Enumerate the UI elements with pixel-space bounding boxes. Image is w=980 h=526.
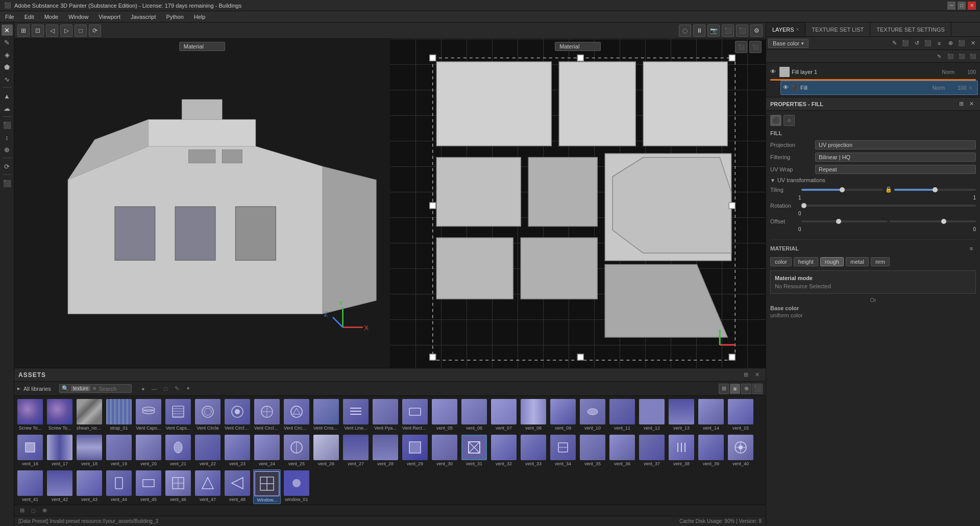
maximize-button[interactable]: □: [958, 2, 966, 10]
asset-item[interactable]: vent_36: [608, 434, 636, 467]
asset-item[interactable]: Vent Circular: [283, 398, 310, 432]
asset-item[interactable]: vent_14: [697, 398, 725, 432]
base-color-button[interactable]: Base color ▾: [768, 39, 808, 48]
asset-item[interactable]: vent_35: [579, 434, 606, 467]
toolbar-grid-btn[interactable]: ⊞: [17, 24, 30, 37]
toolbar-display-btn[interactable]: ⬛: [722, 24, 734, 37]
layers-delete-btn[interactable]: ✕: [968, 38, 978, 48]
asset-item[interactable]: vent_27: [342, 434, 370, 467]
tool-select[interactable]: ✕: [2, 24, 13, 36]
tool-projection[interactable]: ⬟: [2, 61, 13, 72]
asset-item[interactable]: Screw To...: [46, 398, 74, 432]
asset-item[interactable]: Vent Circle...: [253, 398, 281, 432]
asset-item[interactable]: vent_46: [164, 469, 192, 504]
asset-item[interactable]: vent_39: [697, 434, 725, 467]
asset-item[interactable]: vent_48: [224, 469, 251, 504]
layer-fill-sublayer[interactable]: 👁 ⬛ Fill Norm 100 ✕: [780, 81, 978, 95]
asset-item[interactable]: vent_34: [549, 434, 577, 467]
rotation-track[interactable]: [801, 205, 976, 207]
menu-file[interactable]: File: [0, 11, 19, 22]
toolbar-pause-btn[interactable]: ⏸: [693, 24, 705, 37]
tiling-lock-icon[interactable]: 🔒: [885, 186, 892, 193]
asset-item[interactable]: vent_08: [520, 398, 547, 432]
material-settings-btn[interactable]: ≡: [967, 244, 976, 253]
channel-nrm-btn[interactable]: nrm: [871, 257, 890, 266]
channel-height-btn[interactable]: height: [794, 257, 818, 266]
tool-bake[interactable]: ⟳: [2, 161, 13, 172]
assets-bottom-grid-btn[interactable]: ⊞: [17, 506, 27, 515]
layer-fill-layer-1[interactable]: 👁 Fill layer 1 Norm 100: [768, 65, 978, 79]
sublayer-visibility-icon[interactable]: 👁: [783, 84, 790, 91]
channel-metal-btn[interactable]: metal: [846, 257, 869, 266]
filtering-dropdown[interactable]: Bilinear | HQ Nearest: [815, 153, 976, 162]
view-grid-btn[interactable]: ⊞: [719, 384, 729, 394]
asset-item[interactable]: vent_30: [431, 434, 458, 467]
asset-item[interactable]: Vent Caps...: [135, 398, 162, 432]
toolbar-capture-btn[interactable]: ⬛: [736, 24, 748, 37]
asset-item[interactable]: Vent Caps...: [164, 398, 192, 432]
search-input[interactable]: [99, 386, 129, 392]
asset-item[interactable]: vent_28: [372, 434, 399, 467]
properties-expand-btn[interactable]: ⊞: [957, 99, 966, 109]
asset-item[interactable]: vent_16: [16, 434, 44, 467]
toolbar-right-btn[interactable]: ▷: [60, 24, 72, 37]
asset-item[interactable]: vent_05: [431, 398, 458, 432]
asset-item[interactable]: vent_45: [135, 469, 162, 504]
tiling-track[interactable]: [801, 189, 883, 191]
tiling-track-2[interactable]: [894, 189, 976, 191]
asset-item[interactable]: shean_noise: [76, 398, 103, 432]
tool-transform[interactable]: ⊕: [2, 144, 13, 155]
tab-layers[interactable]: LAYERS ×: [766, 22, 805, 36]
asset-item[interactable]: vent_18: [76, 434, 103, 467]
asset-item-window-selected[interactable]: Window...: [253, 469, 281, 504]
filter-square-btn[interactable]: □: [160, 384, 170, 394]
assets-bottom-add-btn[interactable]: ⊕: [40, 506, 49, 515]
toolbar-left-btn[interactable]: ◁: [46, 24, 58, 37]
filter-circle-btn[interactable]: ●: [138, 384, 148, 394]
menu-window[interactable]: Window: [63, 11, 93, 22]
projection-dropdown[interactable]: UV projection Planar Triplanar: [815, 140, 976, 149]
tab-texture-set-settings[interactable]: TEXTURE SET SETTINGS: [870, 22, 951, 36]
asset-item[interactable]: vent_29: [401, 434, 429, 467]
asset-item[interactable]: vent_37: [638, 434, 666, 467]
asset-item[interactable]: vent_32: [490, 434, 518, 467]
menu-edit[interactable]: Edit: [19, 11, 39, 22]
assets-bottom-new-btn[interactable]: □: [29, 506, 38, 515]
toolbar-window-btn[interactable]: □: [75, 24, 87, 37]
toolbar-camera-btn[interactable]: 📷: [707, 24, 720, 37]
assets-close-btn[interactable]: ✕: [752, 370, 762, 380]
3d-viewport[interactable]: Material Base Color Roughness: [14, 39, 390, 368]
asset-item[interactable]: vent_24: [253, 434, 281, 467]
toolbar-hide-btn[interactable]: ◌: [679, 24, 691, 37]
layers-add-fill-btn[interactable]: ⬛: [900, 38, 911, 48]
asset-item[interactable]: Vent Pya...: [372, 398, 399, 432]
asset-item[interactable]: strap_01: [105, 398, 133, 432]
asset-item[interactable]: vent_23: [224, 434, 251, 467]
tool-mask[interactable]: ⬛: [2, 119, 13, 131]
asset-item[interactable]: vent_33: [520, 434, 547, 467]
search-clear[interactable]: ✕: [92, 386, 96, 391]
asset-item[interactable]: vent_20: [135, 434, 162, 467]
layers-add-mask-btn[interactable]: ⬛: [923, 38, 933, 48]
menu-python[interactable]: Python: [161, 11, 189, 22]
offset-track-1[interactable]: [801, 220, 888, 222]
asset-item[interactable]: Vent Cross...: [312, 398, 340, 432]
uv-transform-header[interactable]: ▼ UV transformations: [770, 177, 976, 183]
tool-paint[interactable]: ✎: [2, 37, 13, 48]
layers-right-1[interactable]: ✎: [934, 51, 944, 61]
asset-item[interactable]: vent_07: [490, 398, 518, 432]
asset-item[interactable]: vent_38: [668, 434, 695, 467]
asset-item[interactable]: vent_42: [46, 469, 74, 504]
tool-fill[interactable]: ▲: [2, 90, 13, 102]
uv-viewport-dropdown[interactable]: Material Base Color: [555, 42, 601, 51]
offset-track-2[interactable]: [890, 220, 976, 222]
tool-smear[interactable]: ∿: [2, 73, 13, 85]
menu-help[interactable]: Help: [189, 11, 211, 22]
asset-item[interactable]: vent_22: [194, 434, 222, 467]
mode-tab-world[interactable]: ○: [783, 115, 795, 126]
tab-texture-set-list[interactable]: TEXTURE SET LIST: [805, 22, 870, 36]
asset-item[interactable]: Vent Line...: [342, 398, 370, 432]
layers-add-paint-btn[interactable]: ↺: [912, 38, 922, 48]
properties-close-btn[interactable]: ✕: [967, 99, 976, 109]
layers-right-4[interactable]: ⬛: [968, 51, 978, 61]
